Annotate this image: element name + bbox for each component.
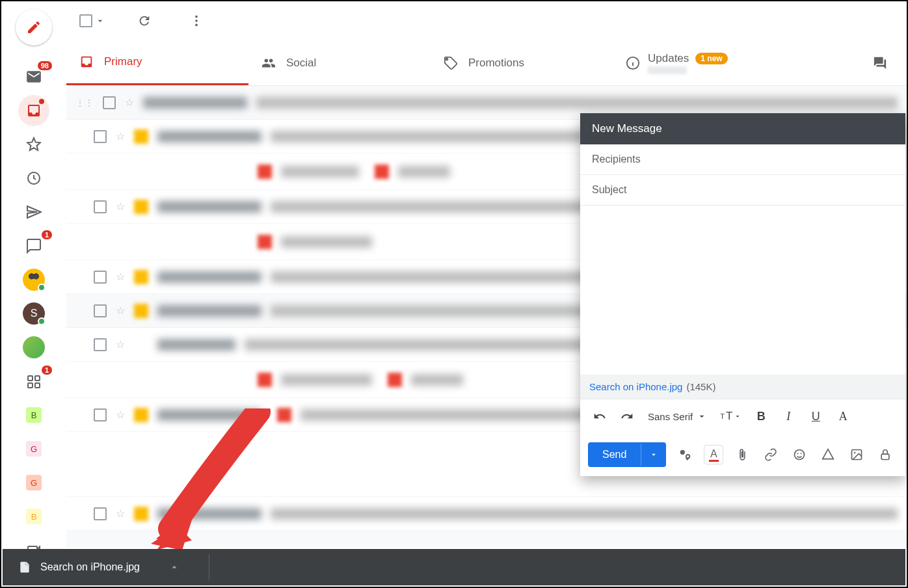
sent-nav-item[interactable] bbox=[18, 196, 49, 228]
redo-icon bbox=[621, 410, 634, 423]
rooms-badge: 1 bbox=[42, 366, 52, 375]
row-checkbox[interactable] bbox=[94, 200, 107, 213]
compose-body[interactable] bbox=[580, 206, 905, 375]
presence-dot bbox=[38, 284, 46, 291]
label-item-4[interactable]: B bbox=[18, 501, 49, 532]
recipients-field[interactable]: Recipients bbox=[580, 144, 905, 175]
refresh-button[interactable] bbox=[131, 8, 157, 34]
compose-button[interactable] bbox=[16, 9, 52, 46]
clock-icon bbox=[26, 170, 42, 186]
caret-down-icon bbox=[697, 411, 707, 421]
insert-drive-button[interactable] bbox=[818, 445, 838, 464]
presence-dot bbox=[38, 317, 46, 325]
rooms-nav-item[interactable]: 1 bbox=[18, 366, 49, 397]
chat-nav-item[interactable]: 1 bbox=[18, 230, 49, 261]
sender-blurred bbox=[143, 97, 247, 109]
star-toggle[interactable]: ☆ bbox=[116, 200, 125, 213]
row-checkbox[interactable] bbox=[94, 304, 107, 317]
star-toggle[interactable]: ☆ bbox=[125, 96, 134, 109]
select-all-checkbox[interactable] bbox=[79, 14, 92, 27]
italic-button[interactable]: I bbox=[777, 405, 800, 428]
contact-avatar-2[interactable]: S bbox=[18, 298, 49, 329]
sender-blurred bbox=[157, 305, 261, 317]
attachment-name: Search on iPhone.jpg bbox=[589, 381, 682, 392]
label-item-3[interactable]: G bbox=[18, 467, 49, 498]
row-checkbox[interactable] bbox=[94, 338, 107, 351]
star-toggle[interactable]: ☆ bbox=[116, 507, 125, 520]
svg-point-7 bbox=[195, 24, 198, 27]
row-checkbox[interactable] bbox=[94, 271, 107, 284]
row-checkbox[interactable] bbox=[94, 408, 107, 421]
insert-link-button[interactable] bbox=[761, 445, 781, 464]
snoozed-nav-item[interactable] bbox=[18, 163, 49, 194]
primary-nav-item[interactable] bbox=[18, 95, 49, 126]
sender-blurred bbox=[157, 409, 261, 421]
lock-clock-icon bbox=[879, 448, 892, 461]
row-checkbox[interactable] bbox=[94, 130, 107, 143]
sender-blurred bbox=[157, 201, 261, 213]
label-blurred bbox=[375, 165, 389, 179]
confidential-mode-button[interactable] bbox=[875, 445, 895, 464]
star-toggle[interactable]: ☆ bbox=[116, 304, 125, 317]
label-blurred bbox=[388, 373, 402, 387]
chevron-up-icon bbox=[168, 561, 180, 573]
insert-photo-button[interactable] bbox=[847, 445, 866, 464]
tab-primary[interactable]: Primary bbox=[66, 40, 248, 85]
formatting-options-button[interactable] bbox=[675, 445, 695, 464]
svg-point-11 bbox=[795, 450, 805, 460]
drag-handle-icon[interactable]: ⋮⋮ bbox=[75, 98, 94, 108]
label-blurred bbox=[134, 304, 148, 318]
star-toggle[interactable]: ☆ bbox=[116, 408, 125, 421]
formatting-toolbar: Sans Serif TT B I U A bbox=[580, 399, 905, 433]
download-options-button[interactable] bbox=[168, 561, 180, 573]
select-all-dropdown[interactable] bbox=[79, 14, 105, 27]
more-vert-icon bbox=[189, 14, 204, 28]
align-button[interactable]: A bbox=[831, 405, 855, 428]
tag-icon bbox=[444, 56, 458, 70]
send-button[interactable]: Send bbox=[588, 442, 666, 467]
contact-avatar-1[interactable] bbox=[18, 264, 49, 295]
star-toggle[interactable]: ☆ bbox=[116, 271, 125, 283]
insert-emoji-button[interactable] bbox=[790, 445, 809, 464]
drive-icon bbox=[821, 448, 835, 461]
forums-icon bbox=[873, 56, 887, 70]
undo-button[interactable] bbox=[588, 405, 611, 428]
underline-button[interactable]: U bbox=[804, 405, 827, 428]
row-checkbox[interactable] bbox=[94, 507, 107, 520]
contact-avatar-3[interactable] bbox=[18, 332, 49, 363]
download-item[interactable]: Search on iPhone.jpg bbox=[18, 554, 209, 580]
send-options-caret[interactable] bbox=[641, 444, 666, 466]
label-item-1[interactable]: B bbox=[18, 399, 49, 431]
star-toggle[interactable]: ☆ bbox=[116, 338, 125, 351]
label-blurred bbox=[258, 373, 272, 387]
font-family-select[interactable]: Sans Serif bbox=[643, 408, 712, 425]
tab-promotions[interactable]: Promotions bbox=[431, 40, 613, 85]
redo-button[interactable] bbox=[615, 405, 639, 428]
tab-social[interactable]: Social bbox=[248, 40, 431, 85]
tab-updates[interactable]: Updates 1 new bbox=[613, 40, 795, 85]
sender-blurred bbox=[157, 508, 261, 520]
inbox-icon bbox=[26, 103, 42, 118]
downloads-shelf: Search on iPhone.jpg bbox=[3, 549, 905, 585]
star-toggle[interactable]: ☆ bbox=[116, 130, 125, 142]
label-blurred bbox=[134, 507, 148, 521]
tab-forums[interactable] bbox=[860, 40, 907, 85]
label-item-2[interactable]: G bbox=[18, 433, 49, 464]
attachment-chip[interactable]: Search on iPhone.jpg (145K) bbox=[580, 375, 905, 399]
row-checkbox[interactable] bbox=[103, 96, 116, 109]
svg-rect-2 bbox=[35, 376, 40, 381]
text-color-button[interactable]: A bbox=[704, 445, 723, 464]
bold-button[interactable]: B bbox=[749, 405, 773, 428]
tab-label: Promotions bbox=[468, 57, 524, 70]
mail-row[interactable]: ☆ bbox=[66, 497, 907, 531]
notification-dot bbox=[39, 99, 44, 104]
font-size-button[interactable]: TT bbox=[716, 405, 745, 428]
info-icon bbox=[626, 56, 640, 70]
more-button[interactable] bbox=[183, 8, 209, 34]
compose-title[interactable]: New Message bbox=[580, 113, 905, 144]
starred-nav-item[interactable] bbox=[18, 129, 49, 160]
attach-file-button[interactable] bbox=[732, 445, 752, 464]
inbox-nav-item[interactable]: 98 bbox=[18, 61, 49, 92]
subject-field[interactable]: Subject bbox=[580, 175, 905, 206]
sender-blurred bbox=[157, 271, 261, 283]
